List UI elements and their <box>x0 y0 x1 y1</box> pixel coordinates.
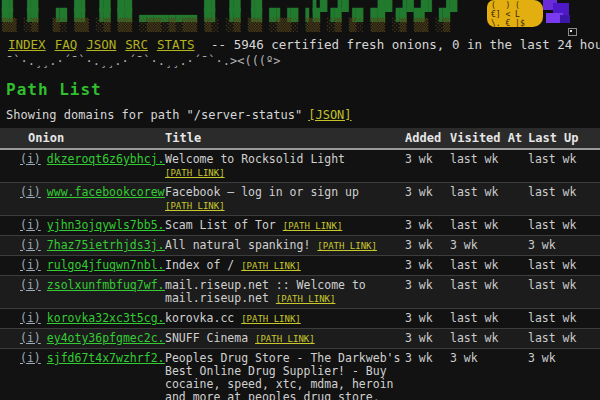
banner-ascii-shadow: ▒▒ ░▒ ▒░ ▒▒ ░▒ ▒▒ ░▒▒░▒░▒▒ ▒░ ░▒ ▒▒ ░▒▒░… <box>2 20 450 30</box>
title-cell: Facebook – log in or sign up [PATH LINK] <box>165 183 405 216</box>
info-link[interactable]: (i) <box>20 258 41 272</box>
last-up-cell: 3 wk <box>528 236 600 256</box>
onion-link[interactable]: sjfd67t4x7wzhrf2.onion <box>47 351 165 365</box>
added-cell: 3 wk <box>405 236 450 256</box>
table-row: (i)korovka32xc3t5cg.onion korovka.cc [PA… <box>0 309 600 329</box>
visited-at-cell: last wk <box>450 309 528 329</box>
path-link[interactable]: [PATH LINK] <box>165 168 225 178</box>
table-row: (i)zsolxunfmbfuq7wf.onion mail.riseup.ne… <box>0 276 600 309</box>
subtitle-text: Showing domains for path "/server-status… <box>6 108 302 122</box>
visited-at-cell: last wk <box>450 276 528 309</box>
onion-link[interactable]: dkzeroqt6z6ybhcj.onion <box>47 152 165 166</box>
title-text: korovka.cc <box>165 311 234 325</box>
info-link[interactable]: (i) <box>20 152 41 166</box>
table-row: (i)rulgo4jfuqwn7nbl.onion Index of / [PA… <box>0 256 600 276</box>
last-up-cell: last wk <box>528 256 600 276</box>
last-up-cell: last wk <box>528 309 600 329</box>
visited-at-cell: last wk <box>450 183 528 216</box>
onion-cell: (i)rulgo4jfuqwn7nbl.onion <box>0 256 165 276</box>
visited-at-cell: 3 wk <box>450 349 528 400</box>
subtitle: Showing domains for path "/server-status… <box>6 108 352 122</box>
table-row: (i)sjfd67t4x7wzhrf2.onion Peoples Drug S… <box>0 349 600 400</box>
onion-link[interactable]: ey4oty36pfgmec2c.onion <box>47 331 165 345</box>
onion-link[interactable]: zsolxunfmbfuq7wf.onion <box>47 278 165 292</box>
title-text: Welcome to Rocksolid Light <box>165 152 345 166</box>
added-cell: 3 wk <box>405 256 450 276</box>
onion-link[interactable]: yjhn3ojqywls7bb5.onion <box>47 218 165 232</box>
onion-link[interactable]: 7haz75ietrhjds3j.onion <box>47 238 165 252</box>
path-table-body: (i)dkzeroqt6z6ybhcj.onion Welcome to Roc… <box>0 149 600 400</box>
page: █▌ ▐█ █▌ ▐█ ██ █▌ ▐█ ▐█ ▌█ ▐█ ██ ▐█ █▌ ▐… <box>0 0 600 400</box>
table-row: (i)7haz75ietrhjds3j.onion All natural sp… <box>0 236 600 256</box>
path-link[interactable]: [PATH LINK] <box>255 334 315 344</box>
path-link[interactable]: [PATH LINK] <box>165 201 225 211</box>
title-text: All natural spanking! <box>165 238 310 252</box>
visited-at-cell: last wk <box>450 329 528 349</box>
visited-at-cell: last wk <box>450 149 528 183</box>
last-up-cell: last wk <box>528 216 600 236</box>
onion-logo-icon: ( ) ( €] < L \. € |$ <box>487 0 543 27</box>
title-text: Facebook – log in or sign up <box>165 185 359 199</box>
title-text: mail.riseup.net :: Welcome to mail.riseu… <box>165 278 366 305</box>
title-cell: SNUFF Cinema [PATH LINK] <box>165 329 405 349</box>
onion-link[interactable]: rulgo4jfuqwn7nbl.onion <box>47 258 165 272</box>
onion-link[interactable]: www.facebookcorewwwi.oni… <box>47 185 165 199</box>
nav-link-faq[interactable]: FAQ <box>55 37 78 52</box>
title-cell: mail.riseup.net :: Welcome to mail.riseu… <box>165 276 405 309</box>
title-cell: Peoples Drug Store - The Darkweb's Best … <box>165 349 405 400</box>
path-link[interactable]: [PATH LINK] <box>276 294 336 304</box>
nav-link-stats[interactable]: STATS <box>157 37 195 52</box>
onion-cell: (i)sjfd67t4x7wzhrf2.onion <box>0 349 165 400</box>
onion-cell: (i)zsolxunfmbfuq7wf.onion <box>0 276 165 309</box>
path-link[interactable]: [PATH LINK] <box>241 314 301 324</box>
column-header-last-up: Last Up <box>528 128 600 149</box>
nav-link-src[interactable]: SRC <box>125 37 148 52</box>
visited-at-cell: last wk <box>450 256 528 276</box>
path-link[interactable]: [PATH LINK] <box>241 261 301 271</box>
title-text: Peoples Drug Store - The Darkweb's Best … <box>165 351 400 400</box>
table-header-row: Onion Title Added Visited At Last Up <box>0 128 600 149</box>
column-header-title: Title <box>165 128 405 149</box>
title-text: SNUFF Cinema <box>165 331 248 345</box>
last-up-cell: last wk <box>528 149 600 183</box>
info-link[interactable]: (i) <box>20 238 41 252</box>
top-nav: INDEXFAQJSONSRCSTATS -- 5946 certified f… <box>8 37 600 52</box>
title-text: Scam List of Tor <box>165 218 276 232</box>
onion-cell: (i)www.facebookcorewwwi.oni… <box>0 183 165 216</box>
info-link[interactable]: (i) <box>20 185 41 199</box>
onion-logo-art: ( ) ( €] < L \. € |$ <box>487 0 543 27</box>
onion-link[interactable]: korovka32xc3t5cg.onion <box>47 311 165 325</box>
nav-link-index[interactable]: INDEX <box>8 37 46 52</box>
json-link[interactable]: [JSON] <box>308 108 351 122</box>
info-link[interactable]: (i) <box>20 218 41 232</box>
title-cell: Index of / [PATH LINK] <box>165 256 405 276</box>
info-link[interactable]: (i) <box>20 331 41 345</box>
last-up-cell: last wk <box>528 329 600 349</box>
info-link[interactable]: (i) <box>20 351 41 365</box>
title-cell: korovka.cc [PATH LINK] <box>165 309 405 329</box>
onion-count-status: -- 5946 certified fresh onions, 0 in the… <box>211 37 600 52</box>
last-up-cell: last wk <box>528 276 600 309</box>
added-cell: 3 wk <box>405 349 450 400</box>
page-title: Path List <box>6 80 102 99</box>
title-cell: Scam List of Tor [PATH LINK] <box>165 216 405 236</box>
nav-link-json[interactable]: JSON <box>86 37 116 52</box>
info-link[interactable]: (i) <box>20 311 41 325</box>
nav-links: INDEXFAQJSONSRCSTATS <box>8 37 204 52</box>
banner-ascii-art: █▌ ▐█ █▌ ▐█ ██ █▌ ▐█ ▐█ ▌█ ▐█ ██ ▐█ █▌ ▐… <box>2 0 457 20</box>
purple-pixel-art <box>543 0 575 28</box>
table-row: (i)ey4oty36pfgmec2c.onion SNUFF Cinema [… <box>0 329 600 349</box>
path-link[interactable]: [PATH LINK] <box>283 221 343 231</box>
title-cell: All natural spanking! [PATH LINK] <box>165 236 405 256</box>
onion-cell: (i)korovka32xc3t5cg.onion <box>0 309 165 329</box>
info-link[interactable]: (i) <box>20 278 41 292</box>
onion-cell: (i)yjhn3ojqywls7bb5.onion <box>0 216 165 236</box>
column-header-visited-at: Visited At <box>450 128 528 149</box>
added-cell: 3 wk <box>405 276 450 309</box>
ascii-fish-divider: ¯`·.¸¸.·´¯`·.¸¸.·´¯`·.¸¸.·´¯`·.><(((º> <box>6 54 281 68</box>
path-link[interactable]: [PATH LINK] <box>317 241 377 251</box>
onion-cell: (i)ey4oty36pfgmec2c.onion <box>0 329 165 349</box>
column-header-onion: Onion <box>0 128 165 149</box>
column-header-added: Added <box>405 128 450 149</box>
added-cell: 3 wk <box>405 216 450 236</box>
